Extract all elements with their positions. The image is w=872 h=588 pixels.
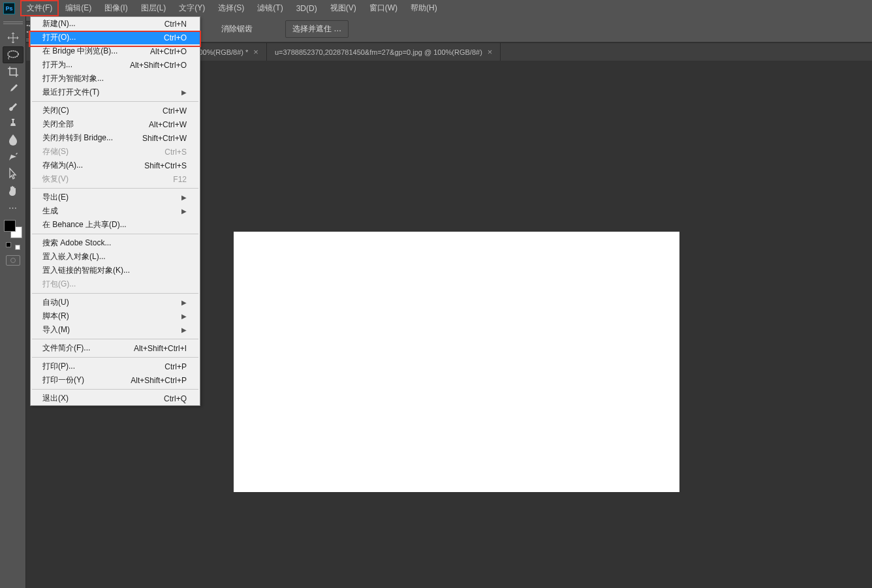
menu-separator — [32, 357, 198, 358]
menu-open-as-smart[interactable]: 打开为智能对象... — [31, 72, 200, 85]
menu-window[interactable]: 窗口(W) — [363, 0, 404, 16]
toolbar: ⋯ — [0, 16, 26, 588]
hand-tool[interactable] — [3, 182, 23, 199]
menu-package[interactable]: 打包(G)... — [31, 277, 200, 291]
app-logo: Ps — [3, 3, 15, 14]
menu-generate[interactable]: 生成▶ — [31, 204, 200, 218]
color-swatches[interactable] — [4, 220, 22, 238]
menu-separator — [32, 293, 198, 294]
submenu-arrow-icon: ▶ — [181, 89, 187, 96]
menu-search-stock[interactable]: 搜索 Adobe Stock... — [31, 236, 200, 250]
menu-separator — [32, 234, 198, 234]
menu-image[interactable]: 图像(I) — [98, 0, 134, 16]
submenu-arrow-icon: ▶ — [181, 299, 187, 306]
menu-filter[interactable]: 滤镜(T) — [251, 0, 289, 16]
select-and-mask-button[interactable]: 选择并遮住 … — [285, 20, 349, 38]
menu-3d[interactable]: 3D(D) — [290, 1, 324, 16]
blur-tool[interactable] — [3, 131, 23, 148]
menu-print[interactable]: 打印(P)...Ctrl+P — [31, 360, 200, 373]
tab-label: u=3788852370,2028781450&fm=27&gp=0.jpg @… — [275, 48, 482, 56]
more-tools[interactable]: ⋯ — [3, 199, 23, 216]
menu-export[interactable]: 导出(E)▶ — [31, 191, 200, 204]
menu-edit[interactable]: 编辑(E) — [59, 0, 98, 16]
menu-import[interactable]: 导入(M)▶ — [31, 323, 200, 337]
default-colors[interactable] — [6, 242, 20, 250]
menu-open-as[interactable]: 打开为...Alt+Shift+Ctrl+O — [31, 58, 200, 72]
menu-open[interactable]: 打开(O)...Ctrl+O — [31, 31, 200, 44]
path-select-tool[interactable] — [3, 165, 23, 182]
menu-close-bridge[interactable]: 关闭并转到 Bridge...Shift+Ctrl+W — [31, 131, 200, 145]
menu-separator — [32, 188, 198, 189]
menu-save-as[interactable]: 存储为(A)...Shift+Ctrl+S — [31, 159, 200, 172]
menu-recent[interactable]: 最近打开文件(T)▶ — [31, 85, 200, 99]
menu-layer[interactable]: 图层(L) — [134, 0, 173, 16]
menu-place-embedded[interactable]: 置入嵌入对象(L)... — [31, 250, 200, 264]
svg-point-0 — [8, 51, 18, 57]
menu-exit[interactable]: 退出(X)Ctrl+Q — [31, 392, 200, 405]
quickmask-toggle[interactable] — [6, 255, 20, 266]
tab-document-3[interactable]: u=3788852370,2028781450&fm=27&gp=0.jpg @… — [267, 43, 501, 61]
menu-new[interactable]: 新建(N)...Ctrl+N — [31, 17, 200, 31]
foreground-color[interactable] — [4, 220, 16, 232]
menu-save[interactable]: 存储(S)Ctrl+S — [31, 145, 200, 159]
file-menu-dropdown: 新建(N)...Ctrl+N 打开(O)...Ctrl+O 在 Bridge 中… — [30, 16, 200, 406]
menu-place-linked[interactable]: 置入链接的智能对象(K)... — [31, 264, 200, 277]
menu-file[interactable]: 文件(F) — [20, 0, 59, 16]
menu-share-behance[interactable]: 在 Behance 上共享(D)... — [31, 218, 200, 232]
close-icon[interactable]: × — [488, 48, 493, 56]
move-tool[interactable] — [3, 29, 23, 46]
submenu-arrow-icon: ▶ — [181, 194, 187, 201]
menu-help[interactable]: 帮助(H) — [404, 0, 444, 16]
menu-revert[interactable]: 恢复(V)F12 — [31, 172, 200, 186]
menu-scripts[interactable]: 脚本(R)▶ — [31, 309, 200, 323]
pen-tool[interactable] — [3, 148, 23, 165]
eyedropper-tool[interactable] — [3, 80, 23, 97]
menu-separator — [32, 101, 198, 102]
submenu-arrow-icon: ▶ — [181, 208, 187, 215]
menu-close[interactable]: 关闭(C)Ctrl+W — [31, 104, 200, 117]
menu-separator — [32, 339, 198, 339]
close-icon[interactable]: × — [253, 48, 258, 56]
menu-separator — [32, 389, 198, 390]
antialias-label: 消除锯齿 — [221, 23, 253, 35]
submenu-arrow-icon: ▶ — [181, 326, 187, 333]
brush-tool[interactable] — [3, 97, 23, 114]
submenu-arrow-icon: ▶ — [181, 313, 187, 320]
menu-type[interactable]: 文字(Y) — [172, 0, 211, 16]
menu-close-all[interactable]: 关闭全部Alt+Ctrl+W — [31, 117, 200, 131]
stamp-tool[interactable] — [3, 114, 23, 131]
menu-view[interactable]: 视图(V) — [324, 0, 363, 16]
menu-automate[interactable]: 自动(U)▶ — [31, 296, 200, 309]
menu-browse-bridge[interactable]: 在 Bridge 中浏览(B)...Alt+Ctrl+O — [31, 44, 200, 58]
menu-select[interactable]: 选择(S) — [211, 0, 251, 16]
menu-file-info[interactable]: 文件简介(F)...Alt+Shift+Ctrl+I — [31, 341, 200, 355]
toolbar-grip[interactable] — [3, 19, 23, 27]
menubar: Ps 文件(F) 编辑(E) 图像(I) 图层(L) 文字(Y) 选择(S) 滤… — [0, 0, 872, 16]
artboard[interactable] — [234, 232, 679, 492]
lasso-tool[interactable] — [3, 46, 23, 63]
crop-tool[interactable] — [3, 63, 23, 80]
menu-print-one[interactable]: 打印一份(Y)Alt+Shift+Ctrl+P — [31, 373, 200, 387]
